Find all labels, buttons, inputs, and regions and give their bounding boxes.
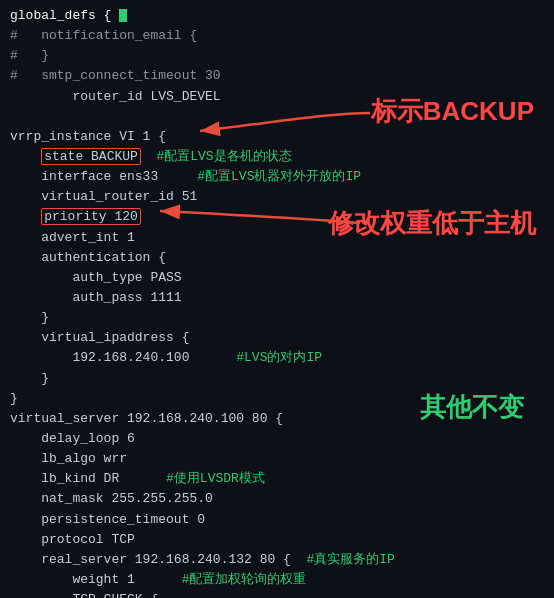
weight-comment: #配置加权轮询的权重 [182,572,307,587]
other-annotation: 其他不变 [420,390,524,425]
line-15: auth_pass 1111 [10,288,544,308]
line-23: lb_algo wrr [10,449,544,469]
line-9: interface ens33 #配置LVS机器对外开放的IP [10,167,544,187]
line-1: global_defs { [10,6,544,26]
line-22: delay_loop 6 [10,429,544,449]
line-3: # } [10,46,544,66]
state-comment: #配置LVS是各机的状态 [141,149,292,164]
green-marker [119,9,127,22]
line-8: state BACKUP #配置LVS是各机的状态 [10,147,544,167]
line-10: virtual_router_id 51 [10,187,544,207]
backup-annotation: 标示BACKUP [371,96,534,127]
state-backup-highlight: state BACKUP [41,148,141,165]
line-26: persistence_timeout 0 [10,510,544,530]
line-2: # notification_email { [10,26,544,46]
line-30: TCP_CHECK { [10,590,544,598]
line-28: real_server 192.168.240.132 80 { #真实服务的I… [10,550,544,570]
code-block: global_defs { # notification_email { # }… [0,0,554,598]
line-27: protocol TCP [10,530,544,550]
rs-comment: #真实服务的IP [306,552,394,567]
line-18: 192.168.240.100 #LVS的对内IP [10,348,544,368]
priority-annotation: 修改权重低于主机 [328,208,536,239]
line-29: weight 1 #配置加权轮询的权重 [10,570,544,590]
line-24: lb_kind DR #使用LVSDR模式 [10,469,544,489]
line-25: nat_mask 255.255.255.0 [10,489,544,509]
interface-comment: #配置LVS机器对外开放的IP [197,169,361,184]
vip-comment: #LVS的对内IP [205,350,322,365]
line-13: authentication { [10,248,544,268]
line-16: } [10,308,544,328]
line-4: # smtp_connect_timeout 30 [10,66,544,86]
line-7: vrrp_instance VI 1 { [10,127,544,147]
lb-comment: #使用LVSDR模式 [166,471,265,486]
priority-highlight: priority 120 [41,208,141,225]
line-19: } [10,369,544,389]
line-17: virtual_ipaddress { [10,328,544,348]
line-14: auth_type PASS [10,268,544,288]
